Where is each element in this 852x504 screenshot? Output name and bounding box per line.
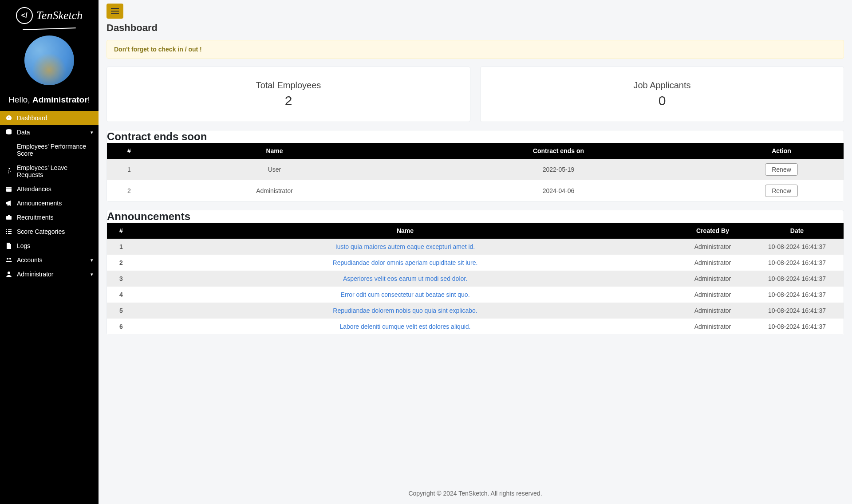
- sidebar-item-data[interactable]: Data▾: [0, 125, 99, 139]
- cell-by: Administrator: [675, 303, 750, 319]
- cell-date: 10-08-2024 16:41:37: [750, 303, 844, 319]
- cell-ends: 2022-05-19: [398, 159, 719, 180]
- sidebar-item-label: Data: [17, 129, 30, 136]
- svg-rect-2: [6, 187, 12, 192]
- contracts-table: # Name Contract ends on Action 1User2022…: [107, 143, 844, 201]
- content-area: Don't forget to check in / out ! Total E…: [99, 40, 852, 483]
- job-applicants-card[interactable]: Job Applicants 0: [480, 67, 844, 122]
- cell-num: 1: [107, 239, 135, 255]
- main-content: Dashboard Don't forget to check in / out…: [99, 0, 852, 504]
- sidebar-item-administrator[interactable]: Administrator▾: [0, 267, 99, 281]
- svg-point-1: [9, 168, 10, 169]
- announcement-link[interactable]: Repudiandae dolor omnis aperiam cupidita…: [333, 259, 478, 266]
- card-title: Job Applicants: [494, 80, 830, 91]
- cell-num: 3: [107, 271, 135, 287]
- col-name: Name: [151, 143, 398, 159]
- renew-button[interactable]: Renew: [765, 163, 798, 176]
- cell-date: 10-08-2024 16:41:37: [750, 271, 844, 287]
- table-row: 1User2022-05-19Renew: [107, 159, 844, 180]
- users-icon: [5, 256, 12, 264]
- file-icon: [5, 242, 12, 249]
- cell-name: Repudiandae dolor omnis aperiam cupidita…: [135, 255, 675, 271]
- list-icon: [5, 228, 12, 235]
- col-date: Date: [750, 223, 844, 239]
- table-row: 5Repudiandae dolorem nobis quo quia sint…: [107, 303, 844, 319]
- table-row: 6Labore deleniti cumque velit est dolore…: [107, 319, 844, 335]
- card-value: 2: [120, 93, 457, 108]
- chevron-down-icon: ▾: [91, 272, 93, 277]
- cell-name: Labore deleniti cumque velit est dolores…: [135, 319, 675, 335]
- sidebar-item-dashboard[interactable]: Dashboard: [0, 111, 99, 125]
- cell-by: Administrator: [675, 271, 750, 287]
- cell-action: Renew: [719, 180, 844, 201]
- cell-num: 5: [107, 303, 135, 319]
- cell-date: 10-08-2024 16:41:37: [750, 287, 844, 303]
- sidebar-item-attendances[interactable]: Attendances: [0, 182, 99, 196]
- cell-num: 1: [107, 159, 151, 180]
- card-value: 0: [494, 93, 830, 108]
- sidebar-item-recruitments[interactable]: Recruitments: [0, 210, 99, 224]
- chart-icon: [5, 146, 12, 154]
- page-title: Dashboard: [99, 19, 852, 40]
- announcement-link[interactable]: Asperiores velit eos earum ut modi sed d…: [343, 275, 467, 282]
- cell-name: Administrator: [151, 180, 398, 201]
- cell-name: User: [151, 159, 398, 180]
- announcement-link[interactable]: Repudiandae dolorem nobis quo quia sint …: [333, 307, 477, 314]
- sidebar-item-announcements[interactable]: Announcements: [0, 196, 99, 210]
- announcements-table: # Name Created By Date 1Iusto quia maior…: [107, 223, 844, 335]
- contracts-table-head: # Name Contract ends on Action: [107, 143, 844, 159]
- renew-button[interactable]: Renew: [765, 185, 798, 197]
- col-action: Action: [719, 143, 844, 159]
- cell-num: 2: [107, 255, 135, 271]
- logo[interactable]: </ TenSketch: [0, 0, 99, 31]
- database-icon: [5, 129, 12, 136]
- avatar[interactable]: [24, 35, 74, 85]
- sidebar-item-label: Recruitments: [17, 214, 53, 221]
- card-title: Total Employees: [120, 80, 457, 91]
- announcements-table-body: 1Iusto quia maiores autem eaque exceptur…: [107, 239, 844, 335]
- total-employees-card[interactable]: Total Employees 2: [106, 67, 470, 122]
- announcements-title: Announcements: [107, 210, 844, 223]
- sidebar-item-employees-leave-requests[interactable]: Employees' Leave Requests: [0, 161, 99, 182]
- cell-num: 2: [107, 180, 151, 201]
- svg-point-5: [9, 258, 11, 260]
- hamburger-button[interactable]: [106, 4, 123, 19]
- svg-point-4: [7, 258, 8, 260]
- col-num: #: [107, 223, 135, 239]
- nav-list: DashboardData▾Employees' Performance Sco…: [0, 111, 99, 281]
- announcement-link[interactable]: Error odit cum consectetur aut beatae si…: [340, 291, 469, 298]
- col-num: #: [107, 143, 151, 159]
- cell-date: 10-08-2024 16:41:37: [750, 255, 844, 271]
- logo-icon: </: [16, 7, 33, 24]
- table-row: 4Error odit cum consectetur aut beatae s…: [107, 287, 844, 303]
- announcement-link[interactable]: Iusto quia maiores autem eaque excepturi…: [335, 243, 475, 250]
- greeting-name: Administrator: [32, 95, 88, 104]
- sidebar-item-score-categories[interactable]: Score Categories: [0, 224, 99, 239]
- announcements-table-head: # Name Created By Date: [107, 223, 844, 239]
- briefcase-icon: [5, 214, 12, 221]
- cell-action: Renew: [719, 159, 844, 180]
- sidebar-item-label: Accounts: [17, 256, 43, 264]
- cell-name: Error odit cum consectetur aut beatae si…: [135, 287, 675, 303]
- contracts-table-body: 1User2022-05-19Renew2Administrator2024-0…: [107, 159, 844, 201]
- sidebar-item-label: Attendances: [17, 185, 51, 193]
- contracts-panel: Contract ends soon # Name Contract ends …: [106, 130, 844, 202]
- alert-banner: Don't forget to check in / out !: [106, 40, 844, 59]
- sidebar-item-label: Dashboard: [17, 114, 47, 122]
- dashboard-icon: [5, 114, 12, 122]
- sidebar-item-logs[interactable]: Logs: [0, 239, 99, 253]
- cell-by: Administrator: [675, 287, 750, 303]
- sidebar-item-accounts[interactable]: Accounts▾: [0, 253, 99, 267]
- table-row: 2Repudiandae dolor omnis aperiam cupidit…: [107, 255, 844, 271]
- cell-by: Administrator: [675, 319, 750, 335]
- announcement-link[interactable]: Labore deleniti cumque velit est dolores…: [340, 323, 471, 330]
- cell-name: Iusto quia maiores autem eaque excepturi…: [135, 239, 675, 255]
- cell-ends: 2024-04-06: [398, 180, 719, 201]
- announcements-panel: Announcements # Name Created By Date 1Iu…: [106, 210, 844, 335]
- sidebar-item-label: Score Categories: [17, 228, 65, 235]
- svg-point-6: [8, 272, 10, 274]
- table-row: 1Iusto quia maiores autem eaque exceptur…: [107, 239, 844, 255]
- col-by: Created By: [675, 223, 750, 239]
- user-icon: [5, 271, 12, 278]
- sidebar-item-employees-performance-score[interactable]: Employees' Performance Score: [0, 139, 99, 161]
